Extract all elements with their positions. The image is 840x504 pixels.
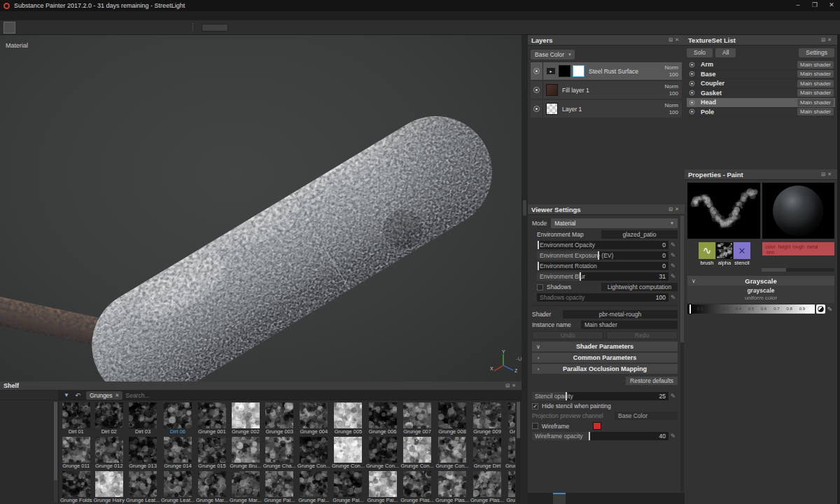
stencil-opacity-slider[interactable]: Stencil opacity 25 (532, 392, 668, 400)
panel-tab[interactable] (540, 493, 553, 504)
solo-button[interactable]: Solo (687, 48, 713, 57)
substance-source-icon[interactable] (284, 22, 296, 34)
smudge-tool[interactable] (57, 22, 69, 34)
dock-icon[interactable]: ⊡ (821, 37, 827, 42)
viewport-split-icon[interactable] (123, 22, 135, 34)
shelf-item[interactable]: Grunge 009 (470, 401, 505, 435)
search-input[interactable] (125, 392, 209, 399)
textureset-shader-button[interactable]: Main shader (797, 89, 834, 97)
panel-tab[interactable] (553, 493, 566, 504)
environment-rotation-slider[interactable]: Environment Rotation 0 (537, 262, 668, 270)
environment-exposure-slider[interactable]: Environment Exposure (EV) 0 (537, 251, 668, 260)
dock-icon[interactable]: ⊡ (668, 206, 675, 211)
shelf-item[interactable]: Grunge 012 (92, 435, 125, 470)
all-button[interactable]: All (715, 48, 736, 57)
edit-value-icon[interactable]: ✎ (668, 262, 678, 270)
environment-map-button[interactable]: glazed_patio (601, 230, 678, 239)
close-tab-icon[interactable]: ✕ (115, 391, 120, 400)
filter-icon[interactable]: ▼ (61, 392, 72, 398)
shelf-tab-grunges[interactable]: Grunges ✕ (86, 391, 122, 400)
visibility-eye-icon[interactable] (533, 68, 540, 74)
channel-toggle[interactable]: metal (806, 244, 819, 249)
polygon-fill-tool[interactable] (43, 22, 55, 34)
channel-filter-dropdown[interactable]: Base Color▼ (531, 50, 575, 59)
shelf-item[interactable]: Dirt 02 (92, 401, 125, 435)
visibility-eye-icon[interactable] (690, 62, 695, 67)
shelf-item[interactable]: Grunge 011 (59, 435, 92, 470)
visibility-eye-icon[interactable] (690, 80, 695, 86)
undo-button[interactable]: Undo (532, 331, 603, 340)
visibility-eye-icon[interactable] (690, 99, 695, 105)
close-icon[interactable]: ✕ (512, 383, 518, 388)
photoshop-icon[interactable] (244, 22, 256, 34)
grayscale-section-header[interactable]: ∨ Grayscale (687, 276, 834, 286)
channel-toggle[interactable]: height (778, 244, 791, 249)
close-button[interactable]: ✕ (823, 0, 840, 11)
shelf-item[interactable]: Dirt 03 (125, 401, 160, 435)
shelf-item[interactable]: Grunge 013 (125, 435, 160, 470)
grayscale-gradient-slider[interactable]: 0.10.20.30.40.50.60.70.80.9 (687, 304, 815, 314)
Base[interactable]: Base Main shader (687, 70, 835, 80)
edit-value-icon[interactable]: ✎ (668, 393, 678, 400)
projection-channel-button[interactable]: Base Color (615, 412, 678, 420)
shelf-item[interactable]: Grunge 004 (297, 401, 331, 435)
hide-stencil-checkbox[interactable]: ✓ (532, 403, 538, 410)
close-icon[interactable]: ✕ (827, 172, 834, 176)
environment-opacity-slider[interactable]: Environment Opacity 0 (537, 241, 668, 249)
visibility-eye-icon[interactable] (533, 87, 540, 93)
Fill layer 1[interactable]: ▸ Fill layer 1 Norm 100 (531, 81, 682, 99)
wireframe-opacity-slider[interactable]: Wireframe opacity 40 (532, 432, 668, 440)
scrollbar[interactable] (54, 402, 57, 503)
shelf-item[interactable]: Grunge Con... (297, 435, 331, 470)
shelf-item[interactable]: Grunge Con... (400, 435, 435, 470)
settings-button[interactable]: Settings (799, 48, 834, 57)
visibility-eye-icon[interactable] (690, 109, 695, 115)
wireframe-color-swatch[interactable] (593, 422, 601, 430)
restore-defaults-button[interactable]: Restore defaults (626, 377, 678, 385)
shelf-item[interactable]: Grunge Pai... (297, 470, 331, 504)
Coupler[interactable]: Coupler Main shader (687, 79, 835, 89)
textureset-shader-button[interactable]: Main shader (797, 108, 834, 115)
shelf-item[interactable]: Grunge Pai... (262, 470, 297, 504)
scrollbar[interactable] (516, 401, 521, 503)
edit-value-icon[interactable]: ✎ (668, 273, 678, 280)
paint-tool-slot[interactable]: ✕ stencil (734, 242, 750, 266)
edit-value-icon[interactable]: ✎ (668, 252, 678, 259)
shelf-item[interactable]: Grunge Hairy (92, 470, 125, 504)
camera-icon[interactable] (163, 22, 175, 34)
channel-toggle[interactable]: color (764, 244, 777, 249)
visibility-eye-icon[interactable] (690, 71, 695, 77)
shelf-item[interactable]: Grunge Con... (331, 435, 365, 470)
maximize-button[interactable]: ❐ (806, 0, 823, 11)
shelf-item[interactable]: Grunge 01 (505, 401, 515, 435)
gradient-marker[interactable] (690, 304, 691, 314)
export-icon[interactable] (258, 22, 270, 34)
textureset-shader-button[interactable]: Main shader (797, 99, 834, 106)
channel-toggle[interactable]: nrm (764, 249, 777, 255)
back-icon[interactable]: ↶ (72, 392, 83, 399)
shelf-item[interactable]: Grunge Pai... (331, 470, 365, 504)
Steel Rust Surface[interactable]: ▸ Steel Rust Surface Norm 100 (531, 62, 682, 80)
collapsible-section-header[interactable]: › Parallax Occlusion Mapping (532, 364, 678, 374)
grayscale-toggle-icon[interactable] (816, 304, 825, 314)
redo-button[interactable]: Redo (606, 331, 678, 340)
paint-tool[interactable] (4, 22, 15, 34)
shelf-item[interactable]: Grunge Mar... (195, 470, 229, 504)
edit-flow-icon[interactable] (231, 22, 243, 34)
perspective-view-icon[interactable] (150, 22, 162, 34)
edit-value-icon[interactable]: ✎ (668, 241, 678, 248)
close-icon[interactable]: ✕ (675, 37, 681, 42)
shelf-item[interactable]: Grunge 015 (195, 435, 229, 470)
shader-button[interactable]: pbr-metal-rough (563, 310, 678, 318)
viewport-3d[interactable]: Material Y X Z (0, 35, 522, 382)
layer-thumbnail[interactable] (559, 65, 570, 77)
shelf-item[interactable]: Dirt 06 (160, 401, 195, 435)
viewport-2d-3d-icon[interactable] (136, 22, 148, 34)
edit-value-icon[interactable]: ✎ (668, 294, 678, 301)
shelf-item[interactable]: Grunge Bru... (229, 435, 262, 470)
scrollbar[interactable] (762, 268, 834, 272)
shelf-item[interactable]: Grunge Cha... (262, 435, 297, 470)
panel-tab[interactable] (528, 493, 540, 504)
Head[interactable]: Head Main shader (687, 98, 835, 108)
shelf-item[interactable]: Grunge Pai... (365, 470, 400, 504)
